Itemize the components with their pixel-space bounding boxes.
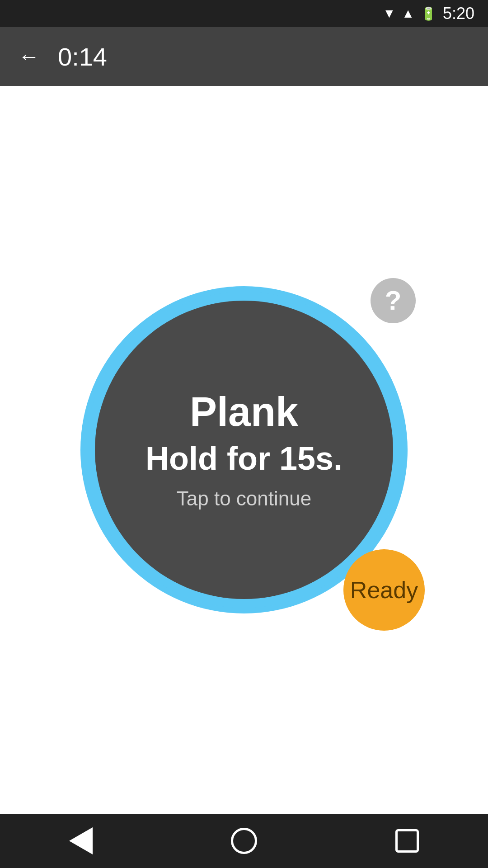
ready-button-label: Ready — [350, 576, 418, 604]
exercise-circle-wrapper: ? Plank Hold for 15s. Tap to continue Re… — [86, 292, 402, 608]
exercise-circle-outer: Plank Hold for 15s. Tap to continue — [86, 292, 402, 608]
back-nav-icon — [69, 827, 93, 854]
nav-recent-button[interactable] — [395, 829, 419, 853]
back-button[interactable]: ← — [18, 46, 40, 67]
app-bar: ← 0:14 — [0, 27, 488, 86]
help-button[interactable]: ? — [371, 278, 416, 323]
main-content: ? Plank Hold for 15s. Tap to continue Re… — [0, 86, 488, 814]
timer-display: 0:14 — [58, 42, 107, 71]
exercise-instruction: Hold for 15s. — [145, 439, 343, 478]
status-bar: ▼ ▲ 🔋 5:20 — [0, 0, 488, 27]
status-icons: ▼ ▲ 🔋 5:20 — [383, 4, 474, 23]
ready-button[interactable]: Ready — [343, 549, 425, 631]
status-time: 5:20 — [443, 4, 474, 23]
wifi-icon: ▼ — [383, 6, 395, 21]
battery-icon: 🔋 — [421, 6, 436, 21]
exercise-tap-hint: Tap to continue — [177, 487, 311, 510]
bottom-nav — [0, 814, 488, 868]
help-icon: ? — [385, 287, 402, 314]
nav-home-button[interactable] — [231, 828, 257, 854]
nav-back-button[interactable] — [69, 827, 93, 854]
exercise-name: Plank — [190, 390, 298, 434]
home-nav-icon — [231, 828, 257, 854]
recent-nav-icon — [395, 829, 419, 853]
signal-icon: ▲ — [402, 6, 414, 21]
exercise-circle-inner[interactable]: Plank Hold for 15s. Tap to continue — [95, 301, 393, 599]
